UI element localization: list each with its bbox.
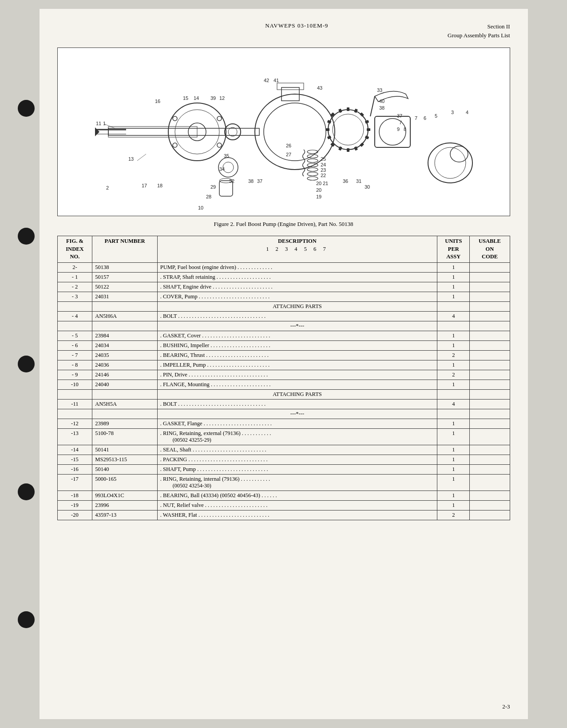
desc-cell: . WASHER, Flat . . . . . . . . . . . . .…	[157, 510, 437, 520]
units-cell: 4	[437, 311, 470, 321]
usable-cell	[470, 445, 510, 455]
fig-cell: -12	[57, 419, 92, 428]
units-cell	[437, 321, 470, 331]
desc-cell: ---*---	[157, 321, 437, 331]
usable-cell	[470, 389, 510, 399]
usable-cell	[470, 380, 510, 389]
svg-text:13: 13	[128, 156, 134, 162]
fig-cell: - 2	[57, 282, 92, 292]
part-cell: 5100-78	[92, 428, 157, 445]
table-row: ---*---	[57, 409, 510, 419]
svg-text:12: 12	[219, 95, 225, 101]
svg-text:18: 18	[157, 183, 163, 188]
part-cell: MS29513-115	[92, 455, 157, 464]
svg-rect-8	[326, 128, 329, 131]
doc-number: NAVWEPS 03-10EM-9	[265, 22, 328, 29]
part-cell: 24040	[92, 380, 157, 389]
units-cell	[437, 389, 470, 399]
fig-cell: -17	[57, 474, 92, 491]
desc-cell: . RING, Retaining, internal (79136) . . …	[157, 474, 437, 491]
units-cell: 1	[437, 380, 470, 389]
table-row: - 6 24034 . BUSHING, Impeller . . . . . …	[57, 340, 510, 350]
table-row: ---*---	[57, 321, 510, 331]
table-row: -19 23996 . NUT, Relief valve . . . . . …	[57, 500, 510, 510]
units-cell	[437, 409, 470, 419]
svg-text:11: 11	[96, 121, 101, 126]
fig-cell: -18	[57, 491, 92, 500]
col-part-header: PART NUMBER	[92, 236, 157, 263]
svg-text:38: 38	[379, 105, 385, 111]
desc-cell: . BOLT . . . . . . . . . . . . . . . . .…	[157, 311, 437, 321]
fig-cell	[57, 321, 92, 331]
desc-cell: . RING, Retaining, external (79136) . . …	[157, 428, 437, 445]
desc-cell: ATTACHING PARTS	[157, 301, 437, 311]
usable-cell	[470, 455, 510, 464]
usable-cell	[470, 419, 510, 428]
table-row: -15 MS29513-115 . PACKING . . . . . . . …	[57, 455, 510, 464]
part-cell: 50157	[92, 272, 157, 282]
desc-cell: . GASKET, Cover . . . . . . . . . . . . …	[157, 331, 437, 340]
col-usable-header: USABLEONCODE	[470, 236, 510, 263]
fig-cell: - 5	[57, 331, 92, 340]
usable-cell	[470, 262, 510, 272]
svg-text:41: 41	[274, 78, 279, 83]
svg-text:22: 22	[321, 173, 326, 178]
table-row: -12 23989 . GASKET, Flange . . . . . . .…	[57, 419, 510, 428]
units-cell: 1	[437, 455, 470, 464]
fig-cell: - 9	[57, 370, 92, 380]
svg-text:14: 14	[194, 95, 199, 101]
part-cell: 50141	[92, 445, 157, 455]
table-row: -13 5100-78 . RING, Retaining, external …	[57, 428, 510, 445]
usable-cell	[470, 428, 510, 445]
col-desc-header: DESCRIPTION 1 2 3 4 5 6 7	[157, 236, 437, 263]
svg-text:19: 19	[316, 194, 321, 199]
section-line1: Section II	[448, 22, 510, 31]
section-line2: Group Assembly Parts List	[448, 31, 510, 40]
table-row: 2- 50138 PUMP, Fuel boost (engine driven…	[57, 262, 510, 272]
units-cell: 1	[437, 282, 470, 292]
desc-cell: . SHAFT, Engine drive . . . . . . . . . …	[157, 282, 437, 292]
svg-text:4: 4	[466, 110, 468, 115]
units-cell: 1	[437, 340, 470, 350]
part-cell: AN5H5A	[92, 399, 157, 409]
desc-cell: . BEARING, Thrust . . . . . . . . . . . …	[157, 350, 437, 360]
svg-text:24: 24	[321, 162, 326, 167]
units-cell: 1	[437, 500, 470, 510]
svg-text:20: 20	[316, 181, 321, 186]
table-row: - 5 23984 . GASKET, Cover . . . . . . . …	[57, 331, 510, 340]
fig-cell: - 6	[57, 340, 92, 350]
svg-rect-6	[347, 148, 349, 152]
table-row: - 4 AN5H6A . BOLT . . . . . . . . . . . …	[57, 311, 510, 321]
part-cell: 993LO4X1C	[92, 491, 157, 500]
part-cell: 43597-13	[92, 510, 157, 520]
table-row: ATTACHING PARTS	[57, 389, 510, 399]
units-cell: 1	[437, 464, 470, 474]
circle-3	[18, 356, 35, 372]
part-cell: 24036	[92, 360, 157, 370]
fig-cell: -10	[57, 380, 92, 389]
fig-cell: -13	[57, 428, 92, 445]
part-cell	[92, 321, 157, 331]
figure-caption: Figure 2. Fuel Boost Pump (Engine Driven…	[57, 221, 510, 228]
svg-rect-0	[73, 52, 495, 212]
svg-text:17: 17	[142, 183, 147, 188]
usable-cell	[470, 292, 510, 301]
mechanical-drawing-svg: 11 1 16 15 14 39 12 42 41 43 33 40 38 37…	[73, 52, 495, 212]
fig-cell: -16	[57, 464, 92, 474]
svg-text:43: 43	[317, 85, 322, 91]
table-row: -14 50141 . SEAL, Shaft . . . . . . . . …	[57, 445, 510, 455]
svg-text:5: 5	[435, 113, 437, 119]
svg-text:42: 42	[264, 78, 269, 83]
fig-cell: - 4	[57, 311, 92, 321]
desc-cell: . FLANGE, Mounting . . . . . . . . . . .…	[157, 380, 437, 389]
part-cell: 23989	[92, 419, 157, 428]
fig-cell: - 7	[57, 350, 92, 360]
desc-cell: . BEARING, Ball (43334) (00502 40456-43)…	[157, 491, 437, 500]
svg-text:2: 2	[106, 185, 109, 190]
svg-text:3: 3	[451, 110, 454, 115]
table-row: - 9 24146 . PIN, Drive . . . . . . . . .…	[57, 370, 510, 380]
usable-cell	[470, 340, 510, 350]
svg-text:28: 28	[206, 194, 211, 199]
units-cell: 1	[437, 428, 470, 445]
section-info: Section II Group Assembly Parts List	[448, 22, 510, 40]
